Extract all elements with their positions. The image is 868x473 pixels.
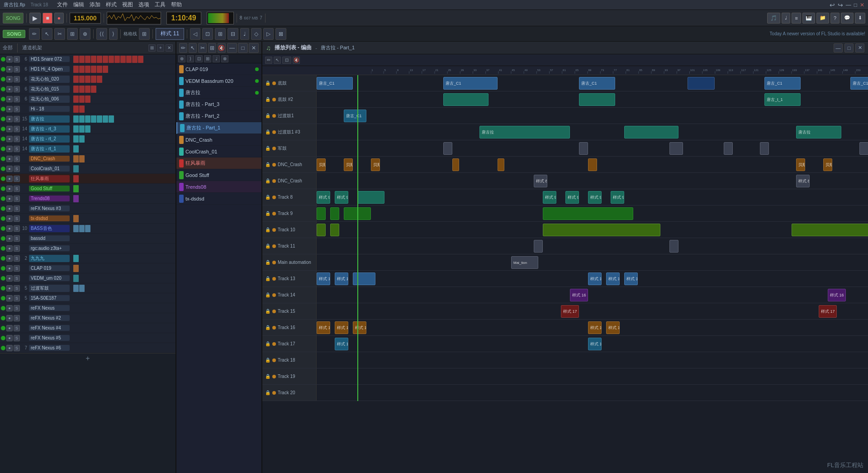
- playlist-track-content[interactable]: [317, 238, 868, 254]
- style-display[interactable]: 样式 11: [156, 28, 184, 40]
- pl-block[interactable]: 样式 15: [317, 272, 330, 285]
- track-solo[interactable]: S: [14, 335, 20, 341]
- pattern-list-item-clap[interactable]: CLAP 019: [176, 63, 261, 75]
- playlist-track-content[interactable]: 样式 17 样式 17: [317, 303, 868, 319]
- playlist-tracks[interactable]: 🔒 底鼓 唐古_C1 唐古_C1 唐古_C1 唐古_C1 唐古_C1 唐古_C1: [262, 75, 868, 473]
- track-item[interactable]: ● S reFX Nexus #4: [0, 323, 175, 333]
- track-item[interactable]: ● S Hi - 18: [0, 104, 175, 114]
- pl-block[interactable]: 贝斯1: [317, 158, 326, 171]
- pl-block[interactable]: 唐古_C1: [344, 110, 366, 122]
- pl-block[interactable]: [443, 142, 452, 155]
- track-solo[interactable]: S: [14, 146, 20, 152]
- pl-tool-select[interactable]: ↖: [274, 57, 281, 64]
- track-mute[interactable]: ●: [6, 285, 13, 291]
- track-solo[interactable]: S: [14, 235, 20, 242]
- tool-glue[interactable]: ⊞: [67, 28, 78, 40]
- playlist-track-content[interactable]: 样式 16 样式 16: [317, 287, 868, 303]
- track-mute[interactable]: ●: [6, 146, 13, 152]
- song-indicator[interactable]: SONG: [3, 30, 25, 38]
- track-mute[interactable]: ●: [6, 106, 13, 112]
- track-mute[interactable]: ●: [6, 56, 13, 62]
- track-solo[interactable]: S: [14, 205, 20, 212]
- playlist-track-content[interactable]: [317, 368, 868, 384]
- pl-block[interactable]: [317, 224, 326, 236]
- pl-block[interactable]: 样式 9: [317, 191, 330, 204]
- pl-block[interactable]: [443, 93, 489, 106]
- playlist-track-content[interactable]: 样式 18 样式 18 样式 18 样式 18 样式 18 样式 16 样式 1…: [317, 320, 868, 335]
- track-solo[interactable]: S: [14, 196, 20, 202]
- pp-tool4[interactable]: ⊞: [204, 55, 211, 62]
- pl-block[interactable]: [579, 142, 588, 155]
- pl-block[interactable]: [669, 142, 683, 155]
- pp-draw-btn[interactable]: ✏: [179, 43, 187, 53]
- maximize-icon[interactable]: □: [854, 2, 857, 8]
- track-item[interactable]: ● S bassdd: [0, 234, 175, 244]
- track-item[interactable]: ● S tx-dsdsd: [0, 214, 175, 224]
- snap-btn[interactable]: 🎵: [767, 13, 780, 24]
- pl-block[interactable]: [579, 93, 615, 106]
- track-item[interactable]: ● S reFX Nexus #5: [0, 333, 175, 343]
- track-mute[interactable]: ●: [6, 205, 13, 212]
- tool-zoom-in[interactable]: ⟩: [109, 28, 118, 40]
- record-button[interactable]: ●: [54, 13, 64, 24]
- pattern-list-item-tangula-p3[interactable]: 唐古拉 - Part_3: [176, 99, 261, 110]
- browser-btn[interactable]: 📁: [816, 13, 829, 24]
- pl-block[interactable]: [669, 240, 678, 253]
- track-mute[interactable]: ●: [6, 166, 13, 172]
- track-item-clap[interactable]: ● S CLAP 019: [0, 263, 175, 273]
- track-item[interactable]: ● S 6 花无心拍_006: [0, 94, 175, 104]
- track-item[interactable]: ● S reFX Nexus #3: [0, 204, 175, 214]
- pl-block[interactable]: 贝斯1: [823, 158, 832, 171]
- menu-tools[interactable]: 工具: [155, 1, 166, 9]
- track-solo[interactable]: S: [14, 136, 20, 142]
- track-solo[interactable]: S: [14, 186, 20, 192]
- pp-select-btn[interactable]: ↖: [189, 43, 197, 53]
- tool-select[interactable]: ↖: [42, 28, 52, 40]
- track-solo[interactable]: S: [14, 56, 20, 62]
- track-mute[interactable]: ●: [6, 235, 13, 242]
- pl-block[interactable]: [344, 207, 371, 220]
- pp-mute-btn[interactable]: 🔇: [218, 43, 226, 53]
- track-item[interactable]: ● S 5 15A-S0E187: [0, 293, 175, 303]
- mixer-btn[interactable]: ≡: [792, 13, 801, 24]
- bpm-display[interactable]: 115.000: [70, 13, 101, 24]
- track-item[interactable]: ● S 6 HD1 Hi_4 Open: [0, 64, 175, 74]
- pl-close-btn[interactable]: ✕: [855, 43, 864, 53]
- menu-options[interactable]: 选项: [138, 1, 149, 9]
- tool-pan[interactable]: ⟨⟨: [96, 28, 107, 40]
- pp-link-btn[interactable]: ⊞: [208, 43, 216, 53]
- track-mute[interactable]: ●: [6, 66, 13, 72]
- pl-block[interactable]: 样式 19: [335, 338, 348, 350]
- menu-view[interactable]: 视图: [122, 1, 133, 9]
- track-mute[interactable]: ●: [6, 325, 13, 331]
- pl-block[interactable]: 唐古_C1: [443, 77, 498, 90]
- pp-close-btn[interactable]: ✕: [249, 43, 259, 53]
- track-item[interactable]: ● S CoolCrash_01: [0, 164, 175, 174]
- pl-block[interactable]: 贝斯1: [344, 158, 353, 171]
- track-solo[interactable]: S: [14, 265, 20, 272]
- pl-block[interactable]: 样式 8: [534, 175, 547, 187]
- track-mute[interactable]: ●: [6, 215, 13, 222]
- menu-edit[interactable]: 编辑: [73, 1, 84, 9]
- tb2-btn8[interactable]: ⊠: [275, 28, 286, 40]
- pl-block[interactable]: 样式 9: [588, 191, 602, 204]
- playlist-track-content[interactable]: Mai_tion: [317, 254, 868, 270]
- grid-btn[interactable]: ⊞: [139, 28, 150, 40]
- pl-block[interactable]: [588, 158, 597, 171]
- track-mute[interactable]: ●: [6, 295, 13, 301]
- pp-maximize-btn[interactable]: □: [238, 43, 248, 53]
- track-item[interactable]: ● S 10 BASS音色: [0, 224, 175, 234]
- track-mute[interactable]: ●: [6, 136, 13, 142]
- redo-icon[interactable]: ↪: [838, 1, 843, 9]
- song-mode-btn[interactable]: SONG: [3, 13, 24, 24]
- track-solo[interactable]: S: [14, 275, 20, 282]
- track-solo[interactable]: S: [14, 116, 20, 122]
- track-solo[interactable]: S: [14, 126, 20, 132]
- tb2-btn1[interactable]: ◁: [190, 28, 200, 40]
- pl-block[interactable]: [330, 224, 339, 236]
- track-item[interactable]: ● S 14 唐古拉 - rt_2: [0, 134, 175, 144]
- pl-tool-draw[interactable]: ✏: [265, 57, 272, 64]
- track-item[interactable]: ● S 15 唐古拉: [0, 114, 175, 124]
- pl-block[interactable]: 唐古_C1: [317, 77, 353, 90]
- track-solo[interactable]: S: [14, 106, 20, 112]
